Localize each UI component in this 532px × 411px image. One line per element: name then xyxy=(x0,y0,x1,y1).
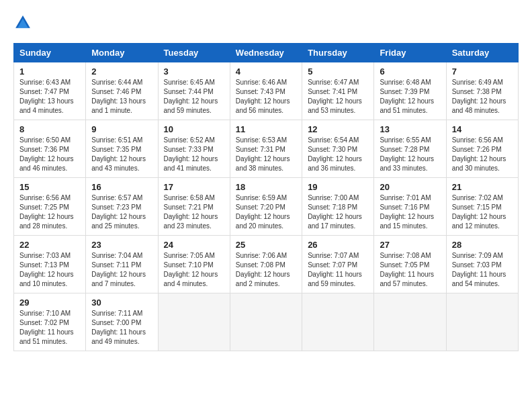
weekday-header-thursday: Thursday xyxy=(302,44,374,62)
day-info: Sunrise: 7:00 AM Sunset: 7:18 PM Dayligh… xyxy=(308,193,368,231)
weekday-header-row: SundayMondayTuesdayWednesdayThursdayFrid… xyxy=(14,44,519,62)
calendar-day-cell: 25 Sunrise: 7:06 AM Sunset: 7:08 PM Dayl… xyxy=(230,236,302,293)
day-info: Sunrise: 7:05 AM Sunset: 7:10 PM Dayligh… xyxy=(164,251,224,289)
day-info: Sunrise: 6:47 AM Sunset: 7:41 PM Dayligh… xyxy=(308,78,368,116)
day-info: Sunrise: 6:46 AM Sunset: 7:43 PM Dayligh… xyxy=(236,78,296,116)
calendar-day-cell: 29 Sunrise: 7:10 AM Sunset: 7:02 PM Dayl… xyxy=(14,293,86,351)
calendar-week-row: 22 Sunrise: 7:03 AM Sunset: 7:13 PM Dayl… xyxy=(14,236,519,293)
calendar-day-cell: 16 Sunrise: 6:57 AM Sunset: 7:23 PM Dayl… xyxy=(86,178,158,236)
day-number: 27 xyxy=(380,240,440,250)
calendar-day-cell: 22 Sunrise: 7:03 AM Sunset: 7:13 PM Dayl… xyxy=(14,236,86,293)
calendar-day-cell: 13 Sunrise: 6:55 AM Sunset: 7:28 PM Dayl… xyxy=(374,120,446,178)
day-number: 21 xyxy=(452,182,513,192)
day-info: Sunrise: 6:55 AM Sunset: 7:28 PM Dayligh… xyxy=(380,136,440,173)
logo-icon xyxy=(13,13,32,32)
day-number: 6 xyxy=(380,66,440,77)
day-number: 13 xyxy=(380,124,440,134)
weekday-header-sunday: Sunday xyxy=(14,44,86,62)
day-info: Sunrise: 6:57 AM Sunset: 7:23 PM Dayligh… xyxy=(91,193,152,231)
calendar-day-cell: 5 Sunrise: 6:47 AM Sunset: 7:41 PM Dayli… xyxy=(302,62,374,120)
day-number: 30 xyxy=(91,298,152,308)
day-info: Sunrise: 6:52 AM Sunset: 7:33 PM Dayligh… xyxy=(164,136,224,173)
day-number: 18 xyxy=(236,182,296,192)
calendar-day-cell: 18 Sunrise: 6:59 AM Sunset: 7:20 PM Dayl… xyxy=(230,178,302,236)
day-info: Sunrise: 6:44 AM Sunset: 7:46 PM Dayligh… xyxy=(91,78,152,116)
day-info: Sunrise: 6:51 AM Sunset: 7:35 PM Dayligh… xyxy=(91,136,152,173)
day-number: 5 xyxy=(308,66,368,77)
day-number: 1 xyxy=(19,66,80,77)
day-info: Sunrise: 7:06 AM Sunset: 7:08 PM Dayligh… xyxy=(236,251,296,289)
day-number: 7 xyxy=(452,66,513,77)
calendar-day-cell xyxy=(374,293,446,351)
day-number: 23 xyxy=(91,240,152,250)
day-number: 26 xyxy=(308,240,368,250)
day-number: 14 xyxy=(452,124,513,134)
calendar-day-cell: 8 Sunrise: 6:50 AM Sunset: 7:36 PM Dayli… xyxy=(14,120,86,178)
calendar-day-cell: 7 Sunrise: 6:49 AM Sunset: 7:38 PM Dayli… xyxy=(446,62,518,120)
calendar-day-cell: 14 Sunrise: 6:56 AM Sunset: 7:26 PM Dayl… xyxy=(446,120,518,178)
calendar-day-cell: 10 Sunrise: 6:52 AM Sunset: 7:33 PM Dayl… xyxy=(158,120,230,178)
day-number: 25 xyxy=(236,240,296,250)
weekday-header-tuesday: Tuesday xyxy=(158,44,230,62)
day-number: 29 xyxy=(19,298,80,308)
day-number: 3 xyxy=(164,66,224,77)
calendar-day-cell xyxy=(230,293,302,351)
header xyxy=(13,13,519,32)
day-number: 2 xyxy=(91,66,152,77)
calendar: SundayMondayTuesdayWednesdayThursdayFrid… xyxy=(13,43,519,351)
day-info: Sunrise: 6:50 AM Sunset: 7:36 PM Dayligh… xyxy=(19,136,80,173)
day-number: 24 xyxy=(164,240,224,250)
calendar-day-cell: 11 Sunrise: 6:53 AM Sunset: 7:31 PM Dayl… xyxy=(230,120,302,178)
day-number: 12 xyxy=(308,124,368,134)
calendar-day-cell: 27 Sunrise: 7:08 AM Sunset: 7:05 PM Dayl… xyxy=(374,236,446,293)
day-info: Sunrise: 6:56 AM Sunset: 7:26 PM Dayligh… xyxy=(452,136,513,173)
calendar-day-cell: 30 Sunrise: 7:11 AM Sunset: 7:00 PM Dayl… xyxy=(86,293,158,351)
day-info: Sunrise: 7:10 AM Sunset: 7:02 PM Dayligh… xyxy=(19,309,80,347)
day-info: Sunrise: 7:11 AM Sunset: 7:00 PM Dayligh… xyxy=(91,309,152,347)
day-number: 15 xyxy=(19,182,80,192)
day-info: Sunrise: 6:48 AM Sunset: 7:39 PM Dayligh… xyxy=(380,78,440,116)
day-number: 20 xyxy=(380,182,440,192)
calendar-week-row: 1 Sunrise: 6:43 AM Sunset: 7:47 PM Dayli… xyxy=(14,62,519,120)
weekday-header-saturday: Saturday xyxy=(446,44,518,62)
day-info: Sunrise: 7:08 AM Sunset: 7:05 PM Dayligh… xyxy=(380,251,440,289)
calendar-week-row: 15 Sunrise: 6:56 AM Sunset: 7:25 PM Dayl… xyxy=(14,178,519,236)
day-number: 19 xyxy=(308,182,368,192)
day-number: 10 xyxy=(164,124,224,134)
day-info: Sunrise: 7:03 AM Sunset: 7:13 PM Dayligh… xyxy=(19,251,80,289)
calendar-day-cell: 9 Sunrise: 6:51 AM Sunset: 7:35 PM Dayli… xyxy=(86,120,158,178)
calendar-week-row: 29 Sunrise: 7:10 AM Sunset: 7:02 PM Dayl… xyxy=(14,293,519,351)
logo xyxy=(13,13,35,32)
day-number: 9 xyxy=(91,124,152,134)
calendar-day-cell: 26 Sunrise: 7:07 AM Sunset: 7:07 PM Dayl… xyxy=(302,236,374,293)
calendar-day-cell: 1 Sunrise: 6:43 AM Sunset: 7:47 PM Dayli… xyxy=(14,62,86,120)
calendar-day-cell: 20 Sunrise: 7:01 AM Sunset: 7:16 PM Dayl… xyxy=(374,178,446,236)
day-number: 8 xyxy=(19,124,80,134)
calendar-day-cell: 24 Sunrise: 7:05 AM Sunset: 7:10 PM Dayl… xyxy=(158,236,230,293)
weekday-header-monday: Monday xyxy=(86,44,158,62)
calendar-day-cell: 28 Sunrise: 7:09 AM Sunset: 7:03 PM Dayl… xyxy=(446,236,518,293)
calendar-day-cell xyxy=(446,293,518,351)
day-info: Sunrise: 6:49 AM Sunset: 7:38 PM Dayligh… xyxy=(452,78,513,116)
day-number: 28 xyxy=(452,240,513,250)
weekday-header-wednesday: Wednesday xyxy=(230,44,302,62)
calendar-day-cell: 19 Sunrise: 7:00 AM Sunset: 7:18 PM Dayl… xyxy=(302,178,374,236)
calendar-day-cell: 12 Sunrise: 6:54 AM Sunset: 7:30 PM Dayl… xyxy=(302,120,374,178)
day-number: 17 xyxy=(164,182,224,192)
calendar-day-cell: 15 Sunrise: 6:56 AM Sunset: 7:25 PM Dayl… xyxy=(14,178,86,236)
day-info: Sunrise: 6:58 AM Sunset: 7:21 PM Dayligh… xyxy=(164,193,224,231)
day-info: Sunrise: 6:59 AM Sunset: 7:20 PM Dayligh… xyxy=(236,193,296,231)
calendar-day-cell: 4 Sunrise: 6:46 AM Sunset: 7:43 PM Dayli… xyxy=(230,62,302,120)
day-info: Sunrise: 7:09 AM Sunset: 7:03 PM Dayligh… xyxy=(452,251,513,289)
day-number: 22 xyxy=(19,240,80,250)
day-info: Sunrise: 6:53 AM Sunset: 7:31 PM Dayligh… xyxy=(236,136,296,173)
day-number: 11 xyxy=(236,124,296,134)
day-info: Sunrise: 6:54 AM Sunset: 7:30 PM Dayligh… xyxy=(308,136,368,173)
calendar-day-cell: 17 Sunrise: 6:58 AM Sunset: 7:21 PM Dayl… xyxy=(158,178,230,236)
day-info: Sunrise: 7:01 AM Sunset: 7:16 PM Dayligh… xyxy=(380,193,440,231)
day-info: Sunrise: 6:43 AM Sunset: 7:47 PM Dayligh… xyxy=(19,78,80,116)
calendar-day-cell: 3 Sunrise: 6:45 AM Sunset: 7:44 PM Dayli… xyxy=(158,62,230,120)
day-info: Sunrise: 6:56 AM Sunset: 7:25 PM Dayligh… xyxy=(19,193,80,231)
calendar-day-cell: 6 Sunrise: 6:48 AM Sunset: 7:39 PM Dayli… xyxy=(374,62,446,120)
weekday-header-friday: Friday xyxy=(374,44,446,62)
